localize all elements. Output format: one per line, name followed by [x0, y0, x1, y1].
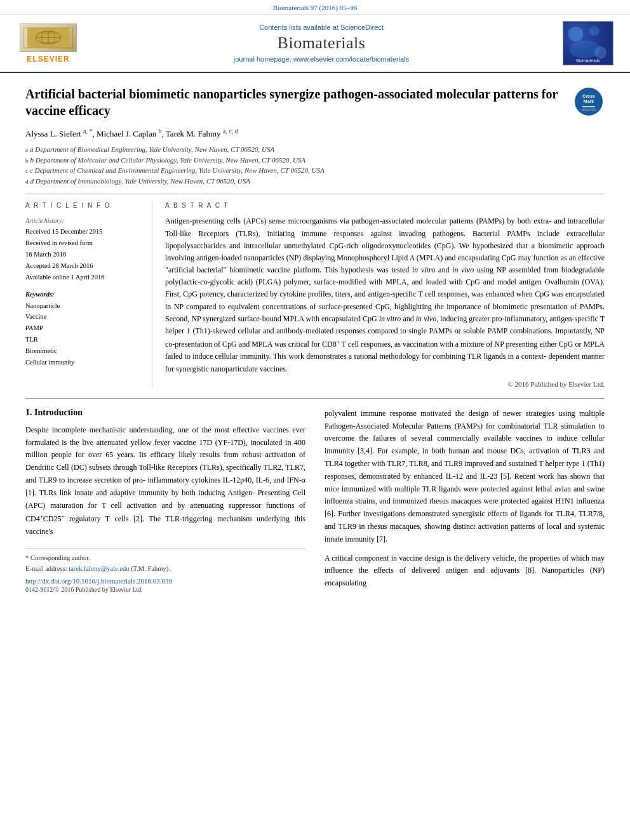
abstract-text: Antigen-presenting cells (APCs) sense mi… [165, 215, 605, 375]
elsevier-logo-image [20, 23, 77, 52]
journal-info-center: Contents lists available at ScienceDirec… [93, 21, 550, 65]
keyword-biomimetic: Biomimetic [25, 345, 142, 357]
svg-point-7 [589, 26, 600, 36]
article-info-heading: A R T I C L E I N F O [25, 202, 142, 209]
publisher-logo-area: ELSEVIER [10, 21, 86, 65]
science-direct-ref: Contents lists available at ScienceDirec… [259, 23, 384, 31]
svg-rect-4 [42, 33, 55, 43]
journal-homepage-line: journal homepage: www.elsevier.com/locat… [234, 55, 409, 63]
affiliation-b: b b Department of Molecular and Cellular… [25, 155, 605, 166]
footnote-section: * Corresponding author. E-mail address: … [25, 549, 305, 575]
introduction-heading: 1. Introduction [25, 408, 305, 418]
journal-title-heading: Biomaterials [278, 34, 366, 53]
keyword-tlr: TLR [25, 334, 142, 345]
abstract-heading: A B S T R A C T [165, 202, 605, 209]
copyright-line: © 2016 Published by Elsevier Ltd. [165, 380, 605, 388]
keyword-nanoparticle: Nanoparticle [25, 300, 142, 312]
authors-line: Alyssa L. Siefert a, *, Michael J. Capla… [25, 128, 605, 139]
footnote-corresponding: * Corresponding author. [25, 553, 305, 564]
article-history: Article history: Received 15 December 20… [25, 215, 142, 283]
article-info-abstract-section: A R T I C L E I N F O Article history: R… [25, 194, 605, 387]
science-direct-link-text[interactable]: ScienceDirect [340, 23, 384, 31]
crossmark-icon: Cross Mark UPDATES [575, 88, 603, 116]
doi-line[interactable]: http://dx.doi.org/10.1016/j.biomaterials… [25, 577, 305, 585]
history-label: Article history: [25, 215, 142, 226]
svg-text:Mark: Mark [584, 99, 594, 103]
svg-point-9 [594, 46, 607, 59]
svg-rect-0 [27, 28, 69, 48]
article-title-section: Artificial bacterial biomimetic nanopart… [25, 86, 605, 119]
elsevier-wordmark: ELSEVIER [27, 55, 69, 63]
svg-point-8 [570, 40, 601, 58]
journal-homepage-link[interactable]: www.elsevier.com/locate/biomaterials [293, 55, 409, 63]
affiliation-a: a a Department of Biomedical Engineering… [25, 144, 605, 155]
keywords-label: Keywords: [25, 291, 142, 298]
crossmark-badge[interactable]: Cross Mark UPDATES [573, 86, 605, 117]
affiliation-c: c c Department of Chemical and Environme… [25, 165, 605, 176]
svg-text:Biomaterials: Biomaterials [576, 58, 600, 63]
introduction-section: 1. Introduction Despite incomplete mecha… [25, 408, 605, 593]
svg-text:UPDATES: UPDATES [581, 108, 596, 112]
affiliations-section: a a Department of Biomedical Engineering… [25, 144, 605, 186]
svg-rect-5 [563, 22, 613, 65]
introduction-right-column: polyvalent immune response motivated the… [325, 408, 605, 593]
journal-cover-area: Biomaterials [556, 21, 620, 65]
keyword-vaccine: Vaccine [25, 311, 142, 323]
available-online-date: Available online 1 April 2016 [25, 272, 142, 283]
journal-reference-bar: Biomaterials 97 (2016) 85–96 [0, 0, 630, 15]
received-revised-date: 16 March 2016 [25, 249, 142, 260]
article-title: Artificial bacterial biomimetic nanopart… [25, 86, 566, 119]
journal-cover-image: Biomaterials [563, 21, 613, 65]
elsevier-logo: ELSEVIER [20, 23, 77, 63]
footnote-email-line: E-mail address: tarek.fahmy@yale.edu (T.… [25, 564, 305, 575]
keyword-cellular-immunity: Cellular immunity [25, 357, 142, 368]
page: Biomaterials 97 (2016) 85–96 ELSEVIER [0, 0, 630, 840]
journal-ref-text: Biomaterials 97 (2016) 85–96 [273, 4, 357, 11]
svg-point-1 [36, 31, 61, 44]
introduction-paragraph-1: Despite incomplete mechanistic understan… [25, 424, 305, 538]
received-date-1: Received 15 December 2015 [25, 226, 142, 237]
keyword-pamp: PAMP [25, 323, 142, 334]
affiliation-d: d d Department of Immunobiology, Yale Un… [25, 176, 605, 187]
introduction-left-column: 1. Introduction Despite incomplete mecha… [25, 408, 305, 593]
footnote-email-link[interactable]: tarek.fahmy@yale.edu [69, 565, 129, 572]
section-divider [25, 398, 605, 399]
svg-text:Cross: Cross [582, 94, 595, 98]
article-info-column: A R T I C L E I N F O Article history: R… [25, 202, 152, 387]
received-revised-label: Received in revised form [25, 237, 142, 249]
main-content: Artificial bacterial biomimetic nanopart… [0, 73, 630, 606]
introduction-paragraph-3: A critical component in vaccine design i… [325, 552, 605, 590]
svg-point-6 [568, 27, 583, 41]
journal-header: ELSEVIER Contents lists available at Sci… [0, 15, 630, 73]
abstract-column: A B S T R A C T Antigen-presenting cells… [165, 202, 605, 387]
accepted-date: Accepted 28 March 2016 [25, 260, 142, 272]
issn-line: 0142-9612/© 2016 Published by Elsevier L… [25, 586, 305, 593]
keywords-section: Keywords: Nanoparticle Vaccine PAMP TLR … [25, 291, 142, 368]
introduction-paragraph-2: polyvalent immune response motivated the… [325, 408, 605, 546]
